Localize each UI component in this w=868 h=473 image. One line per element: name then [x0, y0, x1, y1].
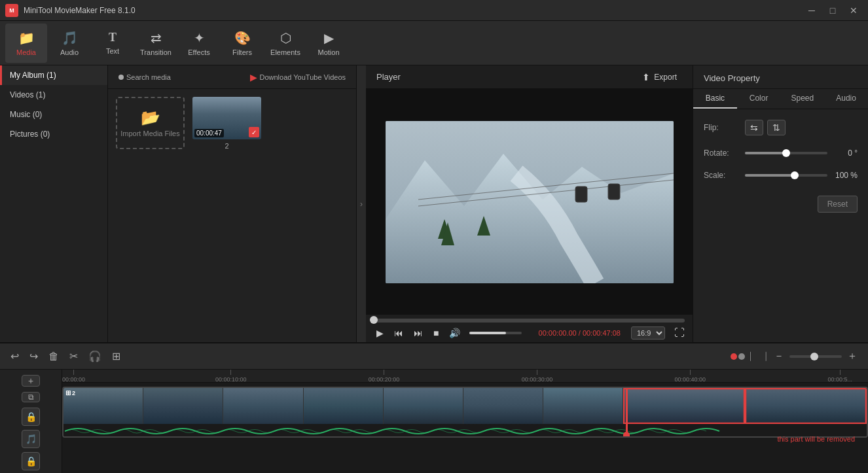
film-icon: ⊞ [65, 389, 71, 396]
timeline-tracks: ⊞ 2 [62, 383, 868, 442]
video-preview [386, 121, 674, 283]
media-tabs: Search media ▶ Download YouTube Videos [108, 65, 356, 89]
play-button[interactable]: ▶ [374, 326, 386, 340]
ruler-label-3: 00:00:30:00 [522, 376, 553, 383]
title-left: M MiniTool MovieMaker Free 8.1.0 [5, 4, 136, 17]
headphones-button[interactable]: 🎧 [86, 347, 104, 365]
fullscreen-button[interactable]: ⛶ [674, 327, 685, 339]
text-icon: T [109, 31, 117, 44]
toolbar-audio[interactable]: 🎵 Audio [48, 24, 90, 63]
ski-scene-svg [386, 121, 674, 283]
properties-panel: Video Property Basic Color Speed Audio F… [693, 65, 868, 342]
layer-button[interactable]: ⧉ [22, 392, 40, 402]
aspect-ratio-select[interactable]: 16:9 4:3 1:1 9:16 [631, 326, 665, 340]
flip-vertical-button[interactable]: ⇅ [767, 120, 786, 135]
ruler-label-1: 00:00:10:00 [215, 376, 247, 383]
cut-button[interactable]: ✂ [67, 347, 81, 365]
volume-button[interactable]: 🔊 [446, 326, 463, 340]
toolbar-transition[interactable]: ⇄ Transition [135, 24, 177, 63]
tab-audio-label: Audio [836, 94, 856, 103]
prev-frame-button[interactable]: ⏮ [391, 326, 406, 340]
reset-button[interactable]: Reset [818, 196, 858, 213]
record-mode [731, 353, 745, 360]
timeline-side-panel: + ⧉ 🔒 🎵 🔒 [0, 370, 62, 473]
toolbar-effects[interactable]: ✦ Effects [178, 24, 220, 63]
ruler-mark-3: 00:00:30:00 [522, 370, 553, 383]
timeline-toolbar: ↩ ↪ 🗑 ✂ 🎧 ⊞ ⎸⎹ － ＋ [0, 343, 868, 370]
ruler-mark-0: 00:00:00 [62, 370, 85, 383]
sidebar-item-music[interactable]: Music (0) [0, 105, 107, 124]
stop-button[interactable]: ■ [431, 326, 441, 340]
delete-button[interactable]: 🗑 [46, 348, 62, 365]
record-dot [731, 353, 737, 360]
tab-color-label: Color [750, 94, 769, 103]
title-bar: M MiniTool MovieMaker Free 8.1.0 ─ □ ✕ [0, 0, 868, 21]
scale-value: 100 % [831, 171, 858, 180]
player-progress-bar[interactable] [374, 319, 685, 323]
search-media-tab[interactable]: Search media [113, 71, 176, 84]
thumb-image: 00:00:47 ✓ [192, 97, 261, 139]
media-content: 📂 Import Media Files 00:00:47 ✓ 2 [108, 89, 356, 342]
zoom-thumb[interactable] [810, 353, 818, 360]
volume-fill [469, 332, 506, 334]
toolbar-transition-label: Transition [140, 48, 172, 56]
media-item-label: 2 [225, 142, 228, 150]
music-track-button[interactable]: 🎵 [22, 430, 40, 448]
crop-button[interactable]: ⊞ [109, 347, 123, 365]
motion-icon: ▶ [324, 30, 334, 46]
import-media-tile[interactable]: 📂 Import Media Files [116, 97, 185, 149]
app-logo: M [5, 4, 18, 17]
media-thumbnail[interactable]: 00:00:47 ✓ 2 [192, 97, 261, 334]
zoom-out-button[interactable]: － [771, 349, 787, 364]
add-video-track-button[interactable]: + [22, 375, 40, 387]
collapse-panel-button[interactable]: › [357, 65, 366, 342]
sidebar-item-pictures[interactable]: Pictures (0) [0, 124, 107, 144]
video-track[interactable]: ⊞ 2 [62, 387, 868, 438]
tab-audio[interactable]: Audio [824, 89, 868, 109]
export-button[interactable]: ⬆ Export [637, 69, 682, 85]
tab-speed[interactable]: Speed [781, 89, 825, 109]
scale-fill [745, 174, 795, 177]
toolbar-media[interactable]: 📁 Media [5, 24, 47, 63]
next-frame-button[interactable]: ⏭ [411, 326, 425, 340]
maximize-button[interactable]: □ [823, 3, 842, 18]
toolbar-filters[interactable]: 🎨 Filters [221, 24, 263, 63]
zoom-slider[interactable] [789, 355, 842, 358]
undo-button[interactable]: ↩ [8, 347, 22, 365]
zoom-in-button[interactable]: ＋ [844, 349, 860, 364]
flip-horizontal-button[interactable]: ⇆ [745, 120, 763, 135]
toolbar-elements[interactable]: ⬡ Elements [264, 24, 306, 63]
svg-rect-4 [575, 186, 587, 202]
close-button[interactable]: ✕ [844, 3, 863, 18]
split-button[interactable]: ⎸⎹ [748, 348, 769, 364]
waveform-svg [65, 425, 865, 438]
import-label: Import Media Files [120, 130, 179, 137]
scale-row: Scale: 100 % [704, 171, 858, 180]
timeline-main: 00:00:00 00:00:10:00 00:00:20:00 00:00:3… [62, 370, 868, 473]
ruler-label-0: 00:00:00 [62, 376, 85, 383]
youtube-download-button[interactable]: ▶ Download YouTube Videos [245, 69, 352, 85]
toolbar-text[interactable]: T Text [92, 24, 134, 63]
main-content: My Album (1) Videos (1) Music (0) Pictur… [0, 65, 868, 342]
my-album-label: My Album (1) [10, 71, 56, 80]
toolbar-motion[interactable]: ▶ Motion [308, 24, 350, 63]
scale-slider[interactable] [745, 174, 827, 177]
media-duration: 00:00:47 [194, 129, 224, 137]
volume-slider[interactable] [469, 332, 522, 334]
selected-clip-frame2 [745, 388, 867, 424]
minimize-button[interactable]: ─ [803, 3, 821, 18]
scale-thumb[interactable] [791, 171, 799, 179]
lock-video-button[interactable]: 🔒 [22, 408, 40, 426]
window-controls: ─ □ ✕ [803, 3, 863, 18]
tab-basic[interactable]: Basic [693, 89, 737, 109]
sidebar-item-videos[interactable]: Videos (1) [0, 85, 107, 105]
tab-color[interactable]: Color [737, 89, 781, 109]
redo-button[interactable]: ↪ [27, 347, 41, 365]
rotate-slider[interactable] [745, 152, 827, 154]
rotate-thumb[interactable] [782, 149, 790, 157]
clip-frame: ⊞ 2 [63, 388, 143, 424]
lock-audio-button[interactable]: 🔒 [22, 452, 40, 470]
sidebar-item-my-album[interactable]: My Album (1) [0, 65, 107, 85]
remove-label: this part will be removed [777, 435, 855, 443]
toolbar-effects-label: Effects [188, 48, 209, 56]
